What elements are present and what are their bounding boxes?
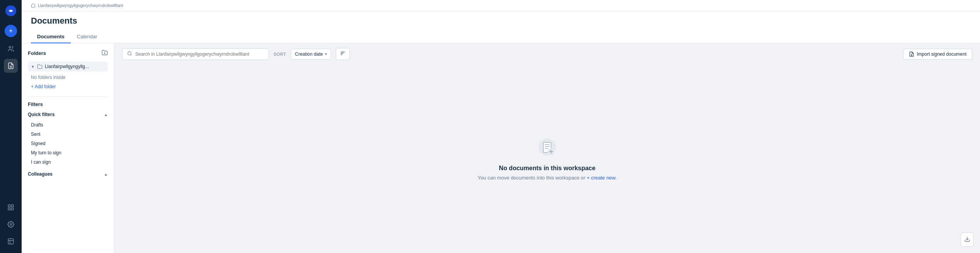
tab-documents[interactable]: Documents [31, 31, 71, 43]
filter-i-can-sign[interactable]: I can sign [28, 157, 108, 167]
folder-name: Llanfairpwllgyngyllg... [45, 64, 89, 69]
download-button[interactable] [961, 232, 974, 247]
empty-subtitle-before: You can move documents into this workspa… [478, 175, 585, 181]
svg-point-13 [128, 51, 131, 55]
filter-signed[interactable]: Signed [28, 139, 108, 148]
svg-rect-8 [8, 208, 10, 210]
import-icon [909, 51, 914, 57]
breadcrumb-text: Llanfairpwllgwyngyllgogerychwyrndrobwlll… [38, 3, 123, 8]
svg-point-1 [10, 10, 12, 12]
svg-point-2 [9, 46, 11, 48]
filters-title: Filters [28, 101, 108, 107]
download-area [961, 232, 974, 247]
content-area: SORT Creation date ▾ [114, 43, 980, 253]
filter-sent[interactable]: Sent [28, 130, 108, 139]
nav-users-icon[interactable] [4, 42, 18, 56]
sort-toggle-button[interactable] [336, 48, 350, 60]
breadcrumb: Llanfairpwllgwyngyllgogerychwyrndrobwlll… [22, 0, 980, 11]
create-new-link[interactable]: + create new [587, 175, 615, 181]
divider [28, 96, 108, 97]
colleagues-label: Colleagues [28, 171, 53, 177]
svg-rect-7 [12, 208, 14, 210]
sort-chevron-icon: ▾ [325, 52, 327, 56]
nav-reports-icon[interactable] [4, 234, 18, 248]
empty-subtitle-after: . [615, 175, 617, 181]
colleagues-section: Colleagues ▲ [28, 171, 108, 177]
no-folders-text: No folders inside [28, 73, 108, 82]
svg-rect-5 [8, 205, 10, 207]
add-folder-button[interactable]: + Add folder [28, 83, 108, 90]
quick-filters-label: Quick filters [28, 112, 54, 117]
page-title: Documents [31, 16, 971, 26]
quick-filters-collapse[interactable]: ▲ [104, 113, 108, 117]
colleagues-collapse[interactable]: ▲ [104, 172, 108, 176]
svg-rect-10 [8, 239, 14, 244]
tabs: Documents Calendar [31, 31, 971, 43]
filter-drafts[interactable]: Drafts [28, 120, 108, 130]
body-area: Folders ▼ Llanfairpwllgyngyllg... No fol… [22, 43, 980, 253]
folders-title: Folders [28, 50, 46, 56]
left-nav: + [0, 0, 22, 253]
sort-value: Creation date [295, 51, 323, 57]
svg-point-9 [10, 224, 12, 226]
search-icon [127, 51, 132, 57]
sidebar: Folders ▼ Llanfairpwllgyngyllg... No fol… [22, 43, 114, 253]
svg-rect-6 [12, 205, 14, 207]
search-box[interactable] [122, 48, 269, 60]
svg-line-14 [131, 55, 131, 55]
nav-settings-icon[interactable] [4, 217, 18, 231]
app-logo[interactable] [5, 5, 17, 17]
search-input[interactable] [135, 51, 264, 57]
tab-calendar[interactable]: Calendar [71, 31, 104, 43]
import-signed-document-button[interactable]: Import signed document [903, 49, 972, 60]
add-button[interactable]: + [5, 25, 17, 37]
empty-state-icon [536, 137, 558, 159]
content-toolbar: SORT Creation date ▾ [114, 43, 980, 65]
page-header: Documents Documents Calendar [22, 11, 980, 43]
empty-state-subtitle: You can move documents into this workspa… [478, 175, 617, 181]
folder-icon [37, 64, 43, 69]
folder-item[interactable]: ▼ Llanfairpwllgyngyllg... [28, 62, 108, 72]
filter-my-turn[interactable]: My turn to sign [28, 148, 108, 157]
folders-section: Folders [28, 50, 108, 57]
folder-chevron: ▼ [31, 65, 35, 69]
sort-label: SORT [274, 52, 286, 56]
empty-state: No documents in this workspace You can m… [114, 65, 980, 253]
download-icon [964, 236, 970, 242]
import-button-label: Import signed document [917, 51, 966, 57]
main-content: Llanfairpwllgwyngyllgogerychwyrndrobwlll… [22, 0, 980, 253]
new-folder-icon[interactable] [102, 50, 108, 57]
empty-state-title: No documents in this workspace [499, 165, 595, 172]
nav-documents-icon[interactable] [4, 59, 18, 73]
nav-grid-icon[interactable] [4, 200, 18, 214]
sort-select[interactable]: Creation date ▾ [291, 49, 331, 60]
quick-filters-section: Quick filters ▲ [28, 112, 108, 117]
